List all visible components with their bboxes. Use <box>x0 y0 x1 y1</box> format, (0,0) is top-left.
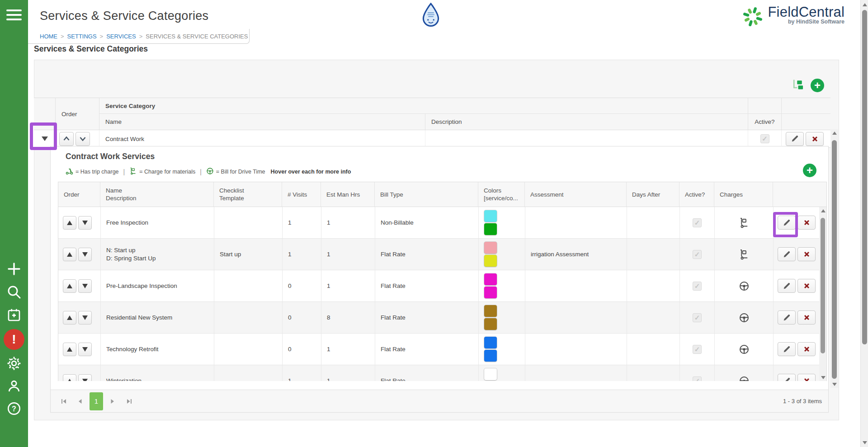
materials-icon[interactable] <box>739 217 750 228</box>
assessment-column-header[interactable]: Assessment <box>525 182 627 207</box>
drive-time-icon[interactable] <box>739 312 750 323</box>
service-move-down-button[interactable] <box>78 248 92 261</box>
service-visits: 1 <box>283 207 321 238</box>
next-page-button[interactable] <box>106 392 119 410</box>
service-active-checkbox[interactable] <box>693 376 702 381</box>
scrollbar-thumb[interactable] <box>832 140 837 379</box>
service-delete-button[interactable] <box>797 216 816 230</box>
service-move-up-button[interactable] <box>63 216 76 230</box>
add-icon[interactable] <box>0 260 28 278</box>
service-move-up-button[interactable] <box>63 311 76 325</box>
breadcrumb-home[interactable]: HOME <box>40 33 57 40</box>
service-edit-button[interactable] <box>778 374 796 381</box>
name-column-header[interactable]: Name <box>99 114 425 130</box>
category-edit-button[interactable] <box>786 132 804 146</box>
drive-time-icon[interactable] <box>739 281 750 292</box>
bill-type-column-header[interactable]: Bill Type <box>375 182 478 207</box>
menu-icon[interactable] <box>0 5 28 24</box>
service-row: Residential New System 0 8 Flat Rate <box>58 302 820 334</box>
service-bill-type: Flat Rate <box>375 270 479 301</box>
account-icon[interactable] <box>0 376 28 396</box>
service-checklist-template <box>214 365 283 381</box>
breadcrumb-current: SERVICES & SERVICE CATEGORIES <box>146 33 248 40</box>
service-move-up-button[interactable] <box>63 374 76 381</box>
service-row: Technology Retrofit 0 1 Flat Rate <box>58 334 820 365</box>
breadcrumb-settings[interactable]: SETTINGS <box>67 33 97 40</box>
service-move-down-button[interactable] <box>78 343 92 356</box>
service-edit-button[interactable] <box>778 311 796 325</box>
scroll-down-icon[interactable] <box>830 381 838 388</box>
scrollbar-thumb[interactable] <box>821 218 825 353</box>
add-service-button[interactable]: + <box>803 164 816 177</box>
days-after-column-header[interactable]: Days After <box>627 182 679 207</box>
description-column-header[interactable]: Description <box>425 114 748 130</box>
name-description-column-header[interactable]: NameDescription <box>100 182 214 207</box>
last-page-button[interactable] <box>122 392 136 410</box>
scroll-up-icon[interactable] <box>830 129 838 136</box>
scroll-up-icon[interactable] <box>819 207 827 214</box>
service-delete-button[interactable] <box>797 279 816 293</box>
previous-page-button[interactable] <box>73 392 87 410</box>
settings-icon[interactable] <box>0 353 28 373</box>
est-man-hrs-column-header[interactable]: Est Man Hrs <box>321 182 375 207</box>
service-visits: 0 <box>283 302 321 333</box>
service-color-swatch <box>484 210 497 222</box>
category-move-down-button[interactable] <box>75 132 90 146</box>
service-edit-button[interactable] <box>778 342 796 356</box>
service-move-down-button[interactable] <box>78 216 92 230</box>
service-delete-button[interactable] <box>797 374 816 381</box>
service-visits: 1 <box>283 239 321 270</box>
search-icon[interactable] <box>0 283 28 301</box>
service-edit-button[interactable] <box>778 279 796 293</box>
service-move-up-button[interactable] <box>63 343 76 356</box>
service-visits: 1 <box>283 365 321 381</box>
service-name: Winterization <box>101 365 214 381</box>
scroll-down-icon[interactable] <box>861 439 868 446</box>
service-active-checkbox[interactable] <box>693 282 702 291</box>
category-move-up-button[interactable] <box>59 132 74 146</box>
materials-icon[interactable] <box>739 249 750 260</box>
service-move-up-button[interactable] <box>63 248 76 261</box>
service-delete-button[interactable] <box>797 342 816 356</box>
active-column-header: Active? <box>679 182 714 207</box>
service-delete-button[interactable] <box>797 247 816 261</box>
service-active-checkbox[interactable] <box>693 250 702 259</box>
first-page-button[interactable] <box>57 392 71 410</box>
service-edit-button[interactable] <box>778 216 796 230</box>
drive-time-icon <box>206 167 214 176</box>
collapse-category-button[interactable] <box>34 130 56 147</box>
drive-time-icon[interactable] <box>739 344 750 355</box>
service-active-checkbox[interactable] <box>693 313 702 322</box>
scroll-down-icon[interactable] <box>819 374 827 381</box>
service-delete-button[interactable] <box>797 311 816 325</box>
drive-time-icon[interactable] <box>739 376 750 381</box>
page-scrollbar[interactable] <box>860 0 868 447</box>
schedule-add-icon[interactable] <box>0 306 28 324</box>
services-grid-scrollbar[interactable] <box>819 207 826 381</box>
service-edit-button[interactable] <box>778 247 796 261</box>
visits-column-header[interactable]: # Visits <box>282 182 321 207</box>
colors-column-header[interactable]: Colors[service/co... <box>478 182 525 207</box>
service-move-down-button[interactable] <box>78 374 92 381</box>
service-active-checkbox[interactable] <box>693 218 702 227</box>
breadcrumb-services[interactable]: SERVICES <box>106 33 136 40</box>
completed-color-swatch <box>484 287 497 298</box>
alerts-icon[interactable]: ! <box>0 328 28 351</box>
category-delete-button[interactable] <box>806 132 824 146</box>
help-icon[interactable]: ? <box>0 399 28 419</box>
current-page-button[interactable]: 1 <box>90 392 103 410</box>
service-move-up-button[interactable] <box>63 279 76 293</box>
checklist-template-column-header[interactable]: ChecklistTemplate <box>214 182 282 207</box>
service-row: Pre-Landscape Inspection 0 1 Flat Rate <box>58 270 820 302</box>
category-grid-scrollbar[interactable] <box>830 129 838 388</box>
service-move-down-button[interactable] <box>78 311 92 325</box>
service-move-down-button[interactable] <box>78 279 92 293</box>
scroll-up-icon[interactable] <box>861 1 868 8</box>
pager-summary: 1 - 3 of 3 items <box>783 398 822 405</box>
add-category-button[interactable]: + <box>811 79 824 92</box>
scrollbar-thumb[interactable] <box>862 10 867 344</box>
expand-column-header <box>34 98 56 130</box>
category-tree-icon[interactable] <box>792 78 804 93</box>
category-active-checkbox[interactable] <box>760 134 769 143</box>
service-active-checkbox[interactable] <box>693 345 702 354</box>
